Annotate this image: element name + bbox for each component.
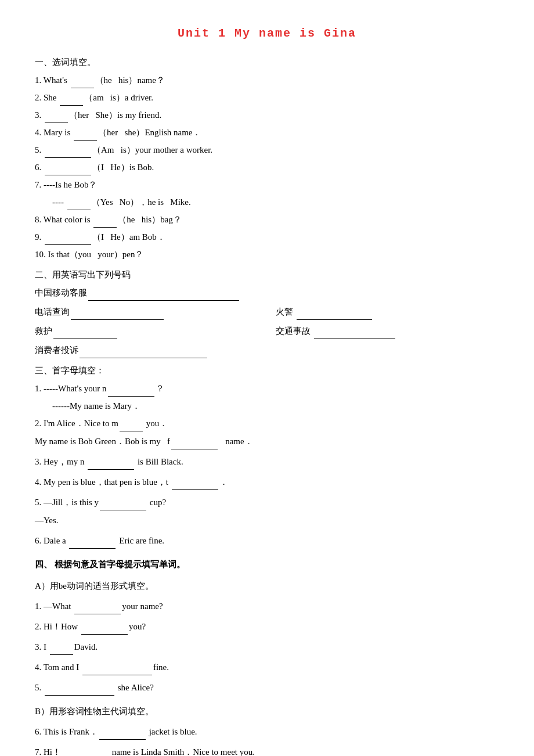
list-item: 中国移动客服 <box>35 285 499 301</box>
list-item: 7. ----Is he Bob？ <box>35 177 499 193</box>
list-item: 5. —Jill，is this y cup? <box>35 495 499 510</box>
list-item: My name is Bob Green．Bob is my f name． <box>35 434 499 449</box>
list-item: 3. Hey，my n is Bill Black. <box>35 454 499 470</box>
list-item: 9. （I He）am Bob． <box>35 229 499 245</box>
list-item: 6. （I He）is Bob. <box>35 160 499 175</box>
list-item: 1. —What your name? <box>35 599 499 614</box>
list-item: 5. she Alice? <box>35 680 499 696</box>
list-item: 7. Hi！ name is Linda Smith．Nice to meet … <box>35 744 499 756</box>
list-item: 2. She （am is）a driver. <box>35 90 499 106</box>
list-item: 6. This is Frank． jacket is blue. <box>35 724 499 740</box>
list-item: 10. Is that（you your）pen？ <box>35 247 499 262</box>
list-item: 4. My pen is blue，that pen is blue，t ． <box>35 474 499 490</box>
section1-label: 一、选词填空。 <box>35 55 499 70</box>
list-item: 交通事故 <box>276 323 499 339</box>
list-item: 救护 <box>35 323 258 339</box>
list-item: 2. I'm Alice．Nice to m you． <box>35 416 499 431</box>
page-title: Unit 1 My name is Gina <box>35 23 499 44</box>
list-item: 3. I David. <box>35 639 499 655</box>
list-item: —Yes. <box>35 513 499 528</box>
list-item: 火警 <box>276 304 499 320</box>
section2-label: 二、用英语写出下列号码 <box>35 267 499 283</box>
subsectionA-label: A）用be动词的适当形式填空。 <box>35 578 499 594</box>
list-item: 4. Tom and I fine. <box>35 660 499 675</box>
list-item: ------My name is Mary． <box>52 398 499 414</box>
list-item: 1. -----What's your n？ <box>35 381 499 397</box>
list-item: 消费者投诉 <box>35 343 499 358</box>
list-item: 电话查询 <box>35 304 258 320</box>
list-item: 5. （Am is）your mother a worker. <box>35 142 499 158</box>
list-item: 8. What color is （he his）bag？ <box>35 212 499 228</box>
list-item: 4. Mary is （her she）English name． <box>35 125 499 141</box>
list-item: 1. What's （he his）name？ <box>35 73 499 88</box>
list-item: 3. （her She）is my friend. <box>35 107 499 123</box>
list-item: ---- （Yes No），he is Mike. <box>52 195 499 210</box>
section3-label: 三、首字母填空： <box>35 363 499 379</box>
list-item: 6. Dale a Eric are fine. <box>35 533 499 549</box>
section4-label: 四、 根据句意及首字母提示填写单词。 <box>35 557 499 573</box>
list-item: 2. Hi！How you? <box>35 619 499 635</box>
subsectionB-label: B）用形容词性物主代词填空。 <box>35 704 499 719</box>
